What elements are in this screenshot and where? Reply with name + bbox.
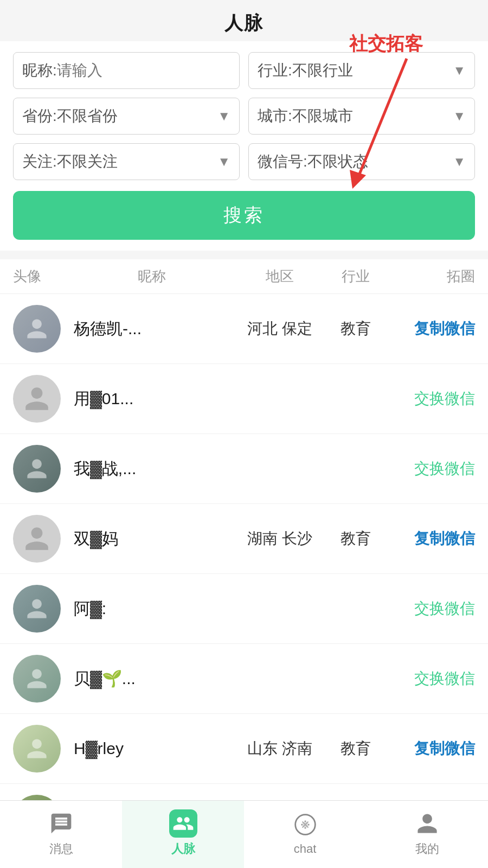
- nav-icon-messages: [47, 809, 75, 838]
- copy-wechat-button[interactable]: 复制微信: [414, 320, 475, 337]
- province-filter[interactable]: 省份:不限省份 ▼: [13, 98, 240, 135]
- search-button[interactable]: 搜索: [13, 191, 475, 240]
- exchange-wechat-button[interactable]: 交换微信: [414, 600, 475, 617]
- nav-icon-profile: [413, 809, 441, 838]
- wechat-filter[interactable]: 微信号:不限状态 ▼: [248, 143, 475, 180]
- filter-row-1: 昵称: 行业:不限行业 ▼: [13, 52, 475, 89]
- nav-label-chat: chat: [294, 842, 317, 856]
- nickname-label: 昵称:: [22, 60, 57, 81]
- col-header-name: 昵称: [67, 267, 236, 286]
- user-name: 我▓战,...: [67, 458, 236, 480]
- avatar: [13, 585, 67, 633]
- nickname-input[interactable]: [57, 62, 230, 79]
- table-row: 双▓妈湖南 长沙教育复制微信: [0, 504, 488, 574]
- avatar: [13, 375, 67, 423]
- table-row: 阿▓:交换微信: [0, 574, 488, 644]
- table-header: 头像 昵称 地区 行业 拓圈: [0, 259, 488, 294]
- city-arrow-icon: ▼: [453, 108, 466, 124]
- nav-icon-contacts: [169, 809, 197, 838]
- user-industry: 教育: [323, 738, 388, 759]
- province-label: 省份:不限省份: [22, 106, 118, 126]
- col-header-avatar: 头像: [13, 267, 67, 286]
- nav-label-messages: 消息: [49, 841, 73, 857]
- nav-item-contacts[interactable]: 人脉: [122, 801, 244, 868]
- user-name: H▓rley: [67, 739, 236, 758]
- user-action-button[interactable]: 复制微信: [388, 318, 475, 339]
- avatar: [13, 655, 67, 703]
- user-list: 杨德凯-...河北 保定教育复制微信用▓01...交换微信我▓战,...交换微信…: [0, 294, 488, 854]
- user-region: 湖南 长沙: [236, 528, 323, 549]
- col-header-action: 拓圈: [388, 267, 475, 286]
- user-action-button[interactable]: 复制微信: [388, 738, 475, 759]
- city-filter[interactable]: 城市:不限城市 ▼: [248, 98, 475, 135]
- copy-wechat-button[interactable]: 复制微信: [414, 740, 475, 757]
- user-action-button[interactable]: 交换微信: [388, 388, 475, 409]
- page-title: 人脉: [0, 0, 488, 41]
- user-name: 阿▓:: [67, 598, 236, 620]
- user-industry: 教育: [323, 528, 388, 549]
- nav-icon-chat: [291, 810, 319, 839]
- user-name: 用▓01...: [67, 388, 236, 410]
- user-action-button[interactable]: 复制微信: [388, 528, 475, 549]
- avatar: [13, 445, 67, 493]
- user-name: 杨德凯-...: [67, 318, 236, 340]
- user-name: 贝▓🌱...: [67, 668, 236, 690]
- follow-label: 关注:不限关注: [22, 151, 118, 172]
- bottom-navigation: 消息人脉chat我的: [0, 800, 488, 868]
- nav-label-profile: 我的: [415, 841, 439, 857]
- industry-filter[interactable]: 行业:不限行业 ▼: [248, 52, 475, 89]
- filter-row-3: 关注:不限关注 ▼ 微信号:不限状态 ▼: [13, 143, 475, 180]
- follow-filter[interactable]: 关注:不限关注 ▼: [13, 143, 240, 180]
- col-header-industry: 行业: [323, 267, 388, 286]
- follow-arrow-icon: ▼: [217, 154, 230, 169]
- avatar: [13, 515, 67, 563]
- user-region: 河北 保定: [236, 318, 323, 339]
- city-label: 城市:不限城市: [258, 106, 353, 126]
- copy-wechat-button[interactable]: 复制微信: [414, 530, 475, 547]
- user-action-button[interactable]: 交换微信: [388, 458, 475, 479]
- exchange-wechat-button[interactable]: 交换微信: [414, 390, 475, 407]
- nav-item-chat[interactable]: chat: [244, 801, 366, 868]
- user-name: 双▓妈: [67, 528, 236, 550]
- table-row: 我▓战,...交换微信: [0, 434, 488, 504]
- wechat-arrow-icon: ▼: [453, 154, 466, 169]
- user-region: 山东 济南: [236, 738, 323, 759]
- nav-item-messages[interactable]: 消息: [0, 801, 122, 868]
- nav-label-contacts: 人脉: [171, 841, 195, 857]
- col-header-region: 地区: [236, 267, 323, 286]
- exchange-wechat-button[interactable]: 交换微信: [414, 670, 475, 687]
- exchange-wechat-button[interactable]: 交换微信: [414, 460, 475, 477]
- table-row: 杨德凯-...河北 保定教育复制微信: [0, 294, 488, 364]
- nickname-filter[interactable]: 昵称:: [13, 52, 240, 89]
- avatar: [13, 725, 67, 773]
- province-arrow-icon: ▼: [217, 108, 230, 124]
- filter-panel: 昵称: 行业:不限行业 ▼ 省份:不限省份 ▼ 城市:不限城市 ▼ 关注:不限关…: [0, 41, 488, 251]
- table-row: 贝▓🌱...交换微信: [0, 644, 488, 714]
- table-row: 用▓01...交换微信: [0, 364, 488, 434]
- nav-item-profile[interactable]: 我的: [366, 801, 488, 868]
- industry-label: 行业:不限行业: [258, 60, 353, 81]
- filter-row-2: 省份:不限省份 ▼ 城市:不限城市 ▼: [13, 98, 475, 135]
- wechat-label: 微信号:不限状态: [258, 151, 368, 172]
- user-industry: 教育: [323, 318, 388, 339]
- industry-arrow-icon: ▼: [453, 63, 466, 78]
- user-action-button[interactable]: 交换微信: [388, 668, 475, 689]
- table-row: H▓rley山东 济南教育复制微信: [0, 714, 488, 784]
- user-action-button[interactable]: 交换微信: [388, 598, 475, 619]
- avatar: [13, 305, 67, 353]
